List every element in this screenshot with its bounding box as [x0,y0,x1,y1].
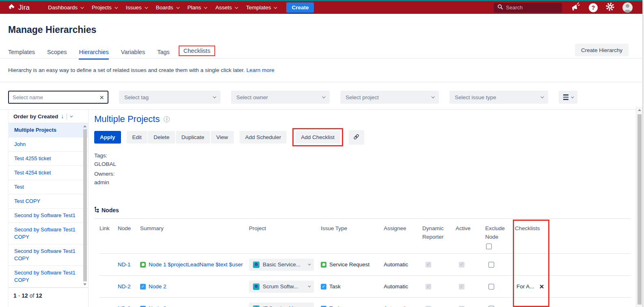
clear-icon[interactable] [99,94,104,101]
select-tag-dropdown[interactable]: Select tag [119,91,220,104]
exclude-node-checkbox[interactable] [488,306,494,307]
list-item[interactable]: Test COPY [9,194,88,209]
nav-dashboards[interactable]: Dashboards [43,2,87,14]
delete-button[interactable]: Delete [148,131,175,144]
learn-more-link[interactable]: Learn more [246,67,274,73]
nav-boards[interactable]: Boards [151,2,183,14]
select-project-dropdown[interactable]: Select project [340,91,439,104]
exclude-all-checkbox[interactable] [486,244,492,249]
service-request-icon [140,262,146,268]
nav-issues[interactable]: Issues [121,2,151,14]
nav-assets[interactable]: Assets [211,2,242,14]
scroll-up-icon[interactable] [83,125,86,127]
task-icon [321,306,326,307]
list-item[interactable]: Test 4255 ticket [9,152,88,166]
list-item-multiple-projects[interactable]: Multiple Projects [9,123,88,137]
tab-variables[interactable]: Variables [121,46,145,59]
select-name-input[interactable] [13,94,99,100]
node-key-link[interactable]: ND-3 [118,305,131,307]
col-issue-type: Issue Type [321,224,384,249]
nodes-section-header: Nodes [94,207,644,214]
tab-scopes[interactable]: Scopes [47,46,67,59]
list-item[interactable]: John [9,137,88,152]
scroll-up-icon[interactable] [638,109,641,111]
list-item[interactable]: Second by Software Test1 COPY [9,266,88,287]
list-item[interactable]: Second by Software Test1 COPY [9,244,88,266]
list-options-menu-button[interactable] [559,91,577,104]
node-summary-link[interactable]: Node 2 [149,283,166,290]
chevron-down-icon[interactable] [70,114,73,117]
node-key-link[interactable]: ND-2 [118,283,131,290]
nav-projects[interactable]: Projects [87,2,121,14]
active-checkbox [459,284,465,290]
nav-plans[interactable]: Plans [183,2,211,14]
chevron-down-icon [540,95,544,98]
active-checkbox [459,262,465,268]
create-hierarchy-button[interactable]: Create Hierarchy [575,44,629,56]
sidebar-scrollbar[interactable] [83,124,87,287]
scroll-down-icon[interactable] [83,283,86,285]
list-item[interactable]: Second by Software Test1 [9,209,88,223]
duplicate-button[interactable]: Duplicate [176,131,210,144]
jira-logo[interactable]: Jira [7,3,30,13]
select-issue-type-dropdown[interactable]: Select issue type [450,91,548,104]
link-icon [353,133,360,142]
apply-button[interactable]: Apply [94,131,121,144]
window-edge [642,0,644,307]
avatar[interactable] [622,2,633,13]
sort-direction-icon[interactable] [61,113,64,120]
nav-templates[interactable]: Templates [242,2,281,14]
node-summary-link[interactable]: Node 1 $projectLeadName $text $user [149,261,243,268]
tab-tags[interactable]: Tags [157,46,170,59]
project-dropdown[interactable]: Scrum Softw... [249,281,314,293]
chevron-down-icon [431,95,434,98]
list-item[interactable]: Test [9,180,88,194]
list-item[interactable]: Test 4254 ticket [9,166,88,180]
top-navigation: Dashboards Projects Issues Boards Plans … [43,2,281,14]
col-exclude-node: Exclude Node [485,224,515,249]
list-item[interactable]: Second by Software Test1 COPY [9,223,88,244]
megaphone-icon[interactable] [571,2,581,13]
page-title: Manage Hierarchies [8,24,636,35]
node-summary-link[interactable]: Node 3 [149,305,166,307]
owners-label: Owners: [94,170,644,178]
search-input[interactable] [506,4,551,11]
scrollbar-thumb[interactable] [83,129,87,281]
project-dropdown[interactable]: Basic Service... [249,259,314,271]
nodes-table: Link Node Summary Project Issue Type Ass… [94,218,631,307]
exclude-node-checkbox[interactable] [488,262,494,268]
active-checkbox [459,306,465,307]
node-key-link[interactable]: ND-1 [118,261,131,268]
assignee-value: Automatic [384,305,422,307]
chevron-down-icon [274,5,277,9]
chevron-down-icon [115,5,118,9]
view-button[interactable]: View [211,131,234,144]
tab-checklists[interactable]: Checklists [184,48,210,54]
help-icon[interactable] [589,3,598,12]
info-icon[interactable] [164,116,170,122]
exclude-node-checkbox[interactable] [488,284,494,290]
add-checklist-button[interactable]: Add Checklist [295,131,340,144]
remove-checklist-icon[interactable] [540,283,544,290]
topbar-search[interactable] [494,3,562,13]
project-dropdown[interactable]: IT Service M... [249,303,314,307]
copy-link-button[interactable] [349,130,364,145]
select-name-field[interactable] [8,91,108,104]
chevron-down-icon [308,285,311,287]
chevron-down-icon [176,5,179,9]
select-owner-dropdown[interactable]: Select owner [231,91,330,104]
create-button[interactable]: Create [286,2,314,13]
tab-hierarchies[interactable]: Hierarchies [79,46,108,59]
edit-button[interactable]: Edit [127,131,147,144]
chevron-down-icon [80,5,84,9]
chevron-down-icon [213,95,216,98]
scrollbar-thumb[interactable] [638,114,642,305]
add-scheduler-button[interactable]: Add Scheduler [240,131,287,144]
chevron-down-icon [308,263,311,266]
checklist-name[interactable]: For A... [516,283,534,290]
tab-templates[interactable]: Templates [8,46,35,59]
dynamic-reporter-checkbox [426,306,431,307]
table-row-nd2: ND-2 Node 2 Scrum Softw... Task Auto [99,275,631,297]
page-scrollbar[interactable] [636,107,642,307]
gear-icon[interactable] [605,2,615,13]
